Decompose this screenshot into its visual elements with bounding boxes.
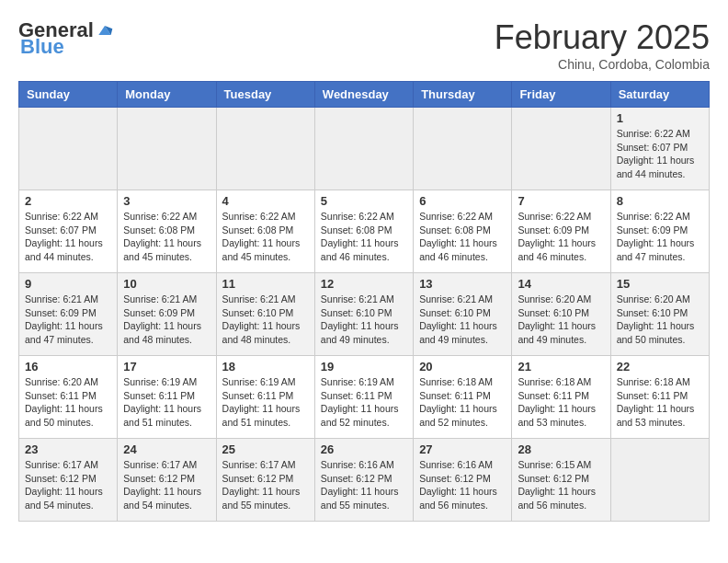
day-info: Sunrise: 6:15 AMSunset: 6:12 PMDaylight:… bbox=[518, 458, 604, 512]
day-info: Sunrise: 6:19 AMSunset: 6:11 PMDaylight:… bbox=[123, 375, 210, 430]
day-number: 8 bbox=[617, 194, 703, 208]
calendar-day-cell bbox=[414, 108, 512, 190]
day-info: Sunrise: 6:17 AMSunset: 6:12 PMDaylight:… bbox=[25, 458, 111, 512]
calendar-day-cell: 12Sunrise: 6:21 AMSunset: 6:10 PMDayligh… bbox=[314, 273, 413, 356]
calendar-day-cell: 16Sunrise: 6:20 AMSunset: 6:11 PMDayligh… bbox=[19, 356, 118, 439]
day-info: Sunrise: 6:22 AMSunset: 6:07 PMDaylight:… bbox=[617, 127, 703, 181]
calendar-day-cell: 9Sunrise: 6:21 AMSunset: 6:09 PMDaylight… bbox=[19, 273, 118, 356]
day-info: Sunrise: 6:17 AMSunset: 6:12 PMDaylight:… bbox=[222, 458, 309, 512]
day-info: Sunrise: 6:18 AMSunset: 6:11 PMDaylight:… bbox=[419, 375, 506, 430]
day-info: Sunrise: 6:22 AMSunset: 6:09 PMDaylight:… bbox=[518, 210, 604, 264]
month-title: February 2025 bbox=[495, 18, 710, 57]
day-number: 22 bbox=[617, 360, 703, 373]
calendar-day-cell: 1Sunrise: 6:22 AMSunset: 6:07 PMDaylight… bbox=[610, 108, 709, 190]
day-number: 7 bbox=[518, 194, 604, 208]
day-number: 20 bbox=[419, 360, 506, 373]
day-info: Sunrise: 6:16 AMSunset: 6:12 PMDaylight:… bbox=[321, 458, 407, 512]
day-number: 9 bbox=[25, 277, 111, 291]
day-number: 23 bbox=[25, 442, 111, 456]
calendar-day-cell: 13Sunrise: 6:21 AMSunset: 6:10 PMDayligh… bbox=[414, 273, 512, 356]
calendar-day-cell: 24Sunrise: 6:17 AMSunset: 6:12 PMDayligh… bbox=[118, 439, 216, 522]
weekday-header-row: SundayMondayTuesdayWednesdayThursdayFrid… bbox=[19, 82, 710, 108]
calendar-day-cell: 27Sunrise: 6:16 AMSunset: 6:12 PMDayligh… bbox=[414, 439, 512, 522]
calendar-week-row: 23Sunrise: 6:17 AMSunset: 6:12 PMDayligh… bbox=[19, 439, 710, 522]
day-info: Sunrise: 6:22 AMSunset: 6:08 PMDaylight:… bbox=[222, 210, 309, 264]
calendar-week-row: 2Sunrise: 6:22 AMSunset: 6:07 PMDaylight… bbox=[19, 190, 710, 273]
day-info: Sunrise: 6:18 AMSunset: 6:11 PMDaylight:… bbox=[518, 375, 604, 430]
day-number: 21 bbox=[518, 360, 604, 373]
day-number: 26 bbox=[321, 442, 407, 456]
day-number: 15 bbox=[617, 277, 703, 291]
day-number: 25 bbox=[222, 442, 309, 456]
day-number: 24 bbox=[123, 442, 210, 456]
day-number: 10 bbox=[123, 277, 210, 291]
calendar-day-cell: 22Sunrise: 6:18 AMSunset: 6:11 PMDayligh… bbox=[610, 356, 709, 439]
day-number: 14 bbox=[518, 277, 604, 291]
weekday-header-thursday: Thursday bbox=[414, 82, 512, 108]
calendar-day-cell: 6Sunrise: 6:22 AMSunset: 6:08 PMDaylight… bbox=[414, 190, 512, 273]
calendar-day-cell: 15Sunrise: 6:20 AMSunset: 6:10 PMDayligh… bbox=[610, 273, 709, 356]
calendar-day-cell: 18Sunrise: 6:19 AMSunset: 6:11 PMDayligh… bbox=[216, 356, 314, 439]
calendar-day-cell bbox=[216, 108, 314, 190]
weekday-header-tuesday: Tuesday bbox=[216, 82, 314, 108]
logo-icon bbox=[96, 21, 114, 40]
calendar-day-cell: 10Sunrise: 6:21 AMSunset: 6:09 PMDayligh… bbox=[118, 273, 216, 356]
day-number: 13 bbox=[419, 277, 506, 291]
calendar-day-cell: 20Sunrise: 6:18 AMSunset: 6:11 PMDayligh… bbox=[414, 356, 512, 439]
title-area: February 2025 Chinu, Cordoba, Colombia bbox=[495, 18, 710, 72]
day-number: 19 bbox=[321, 360, 407, 373]
day-number: 11 bbox=[222, 277, 309, 291]
calendar-day-cell bbox=[512, 108, 610, 190]
day-number: 6 bbox=[419, 194, 506, 208]
calendar-day-cell: 28Sunrise: 6:15 AMSunset: 6:12 PMDayligh… bbox=[512, 439, 610, 522]
day-info: Sunrise: 6:19 AMSunset: 6:11 PMDaylight:… bbox=[222, 375, 309, 430]
calendar-day-cell: 26Sunrise: 6:16 AMSunset: 6:12 PMDayligh… bbox=[314, 439, 413, 522]
day-info: Sunrise: 6:22 AMSunset: 6:08 PMDaylight:… bbox=[419, 210, 506, 264]
calendar-day-cell: 23Sunrise: 6:17 AMSunset: 6:12 PMDayligh… bbox=[19, 439, 118, 522]
page-header: General Blue February 2025 Chinu, Cordob… bbox=[18, 18, 710, 72]
calendar-week-row: 1Sunrise: 6:22 AMSunset: 6:07 PMDaylight… bbox=[19, 108, 710, 190]
day-number: 17 bbox=[123, 360, 210, 373]
day-number: 16 bbox=[25, 360, 111, 373]
day-info: Sunrise: 6:22 AMSunset: 6:08 PMDaylight:… bbox=[123, 210, 210, 264]
day-number: 27 bbox=[419, 442, 506, 456]
calendar-week-row: 16Sunrise: 6:20 AMSunset: 6:11 PMDayligh… bbox=[19, 356, 710, 439]
logo: General Blue bbox=[18, 18, 114, 59]
weekday-header-wednesday: Wednesday bbox=[314, 82, 413, 108]
day-info: Sunrise: 6:21 AMSunset: 6:10 PMDaylight:… bbox=[222, 293, 309, 347]
calendar-day-cell: 25Sunrise: 6:17 AMSunset: 6:12 PMDayligh… bbox=[216, 439, 314, 522]
day-info: Sunrise: 6:21 AMSunset: 6:10 PMDaylight:… bbox=[321, 293, 407, 347]
weekday-header-friday: Friday bbox=[512, 82, 610, 108]
day-number: 3 bbox=[123, 194, 210, 208]
day-number: 2 bbox=[25, 194, 111, 208]
day-number: 1 bbox=[617, 111, 703, 125]
day-number: 18 bbox=[222, 360, 309, 373]
day-info: Sunrise: 6:21 AMSunset: 6:09 PMDaylight:… bbox=[123, 293, 210, 347]
calendar-day-cell: 4Sunrise: 6:22 AMSunset: 6:08 PMDaylight… bbox=[216, 190, 314, 273]
day-info: Sunrise: 6:16 AMSunset: 6:12 PMDaylight:… bbox=[419, 458, 506, 512]
day-info: Sunrise: 6:20 AMSunset: 6:11 PMDaylight:… bbox=[25, 375, 111, 430]
calendar-day-cell: 5Sunrise: 6:22 AMSunset: 6:08 PMDaylight… bbox=[314, 190, 413, 273]
calendar-day-cell: 2Sunrise: 6:22 AMSunset: 6:07 PMDaylight… bbox=[19, 190, 118, 273]
calendar-day-cell: 11Sunrise: 6:21 AMSunset: 6:10 PMDayligh… bbox=[216, 273, 314, 356]
weekday-header-monday: Monday bbox=[118, 82, 216, 108]
calendar-day-cell: 14Sunrise: 6:20 AMSunset: 6:10 PMDayligh… bbox=[512, 273, 610, 356]
location-subtitle: Chinu, Cordoba, Colombia bbox=[495, 57, 710, 72]
day-number: 28 bbox=[518, 442, 604, 456]
day-info: Sunrise: 6:20 AMSunset: 6:10 PMDaylight:… bbox=[518, 293, 604, 347]
calendar-day-cell: 17Sunrise: 6:19 AMSunset: 6:11 PMDayligh… bbox=[118, 356, 216, 439]
day-info: Sunrise: 6:22 AMSunset: 6:08 PMDaylight:… bbox=[321, 210, 407, 264]
day-number: 5 bbox=[321, 194, 407, 208]
calendar-day-cell bbox=[314, 108, 413, 190]
day-info: Sunrise: 6:17 AMSunset: 6:12 PMDaylight:… bbox=[123, 458, 210, 512]
day-info: Sunrise: 6:21 AMSunset: 6:09 PMDaylight:… bbox=[25, 293, 111, 347]
weekday-header-saturday: Saturday bbox=[610, 82, 709, 108]
day-info: Sunrise: 6:18 AMSunset: 6:11 PMDaylight:… bbox=[617, 375, 703, 430]
calendar-day-cell bbox=[610, 439, 709, 522]
day-number: 12 bbox=[321, 277, 407, 291]
calendar-day-cell bbox=[19, 108, 118, 190]
calendar-table: SundayMondayTuesdayWednesdayThursdayFrid… bbox=[18, 81, 710, 522]
day-info: Sunrise: 6:21 AMSunset: 6:10 PMDaylight:… bbox=[419, 293, 506, 347]
calendar-week-row: 9Sunrise: 6:21 AMSunset: 6:09 PMDaylight… bbox=[19, 273, 710, 356]
calendar-day-cell: 7Sunrise: 6:22 AMSunset: 6:09 PMDaylight… bbox=[512, 190, 610, 273]
